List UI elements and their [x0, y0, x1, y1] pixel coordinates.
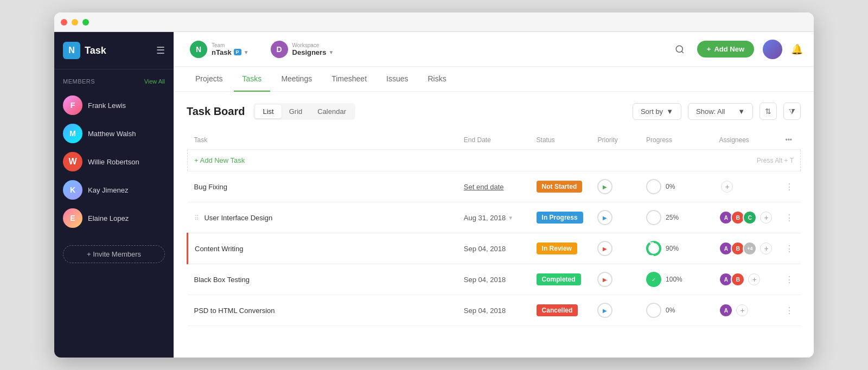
assignees-group: A +: [719, 303, 772, 317]
progress-circle: [646, 179, 661, 194]
add-task-row[interactable]: + Add New Task Press Alt + T: [188, 150, 801, 171]
avatar-frank: F: [63, 95, 82, 115]
main-content: N Team nTask P ▼ D Workspace: [174, 32, 814, 358]
date-arrow-icon: ▼: [508, 215, 513, 221]
set-end-date-link[interactable]: Set end date: [464, 183, 504, 191]
close-dot[interactable]: [61, 19, 67, 25]
add-assignee-button[interactable]: +: [748, 273, 760, 285]
table-row: Content Writing Sep 04, 2018 In Review ▶: [188, 233, 801, 264]
search-button[interactable]: [671, 41, 688, 58]
workspace-info: Workspace Designers ▼: [292, 42, 334, 56]
tab-issues[interactable]: Issues: [378, 67, 417, 92]
row-handle-icon: ⠿: [194, 214, 199, 222]
user-avatar[interactable]: [763, 40, 782, 59]
add-task-content[interactable]: + Add New Task Press Alt + T: [194, 156, 794, 164]
assignee-avatar: A: [719, 303, 733, 317]
minimize-dot[interactable]: [72, 19, 78, 25]
tab-timesheet[interactable]: Timesheet: [323, 67, 375, 92]
extra-assignees-badge: +4: [743, 241, 757, 256]
col-header-task: Task: [188, 131, 457, 150]
add-assignee-button[interactable]: +: [721, 181, 733, 193]
task-name: Content Writing: [195, 245, 243, 253]
priority-play-button[interactable]: ▶: [597, 272, 612, 287]
team-selector[interactable]: N Team nTask P ▼: [184, 37, 254, 61]
play-icon: ▶: [603, 215, 607, 221]
priority-play-button[interactable]: ▶: [597, 210, 612, 225]
assignee-avatar: C: [743, 210, 757, 225]
maximize-dot[interactable]: [82, 19, 89, 25]
row-more-button[interactable]: ⋮: [785, 244, 794, 253]
view-tabs: List Grid Calendar: [253, 103, 355, 120]
progress-circle: [646, 210, 661, 225]
play-icon: ▶: [603, 184, 607, 190]
view-tab-list[interactable]: List: [255, 105, 281, 118]
logo-box: N: [63, 42, 80, 59]
task-board-right: Sort by ▼ Show: All ▼ ⇅ ⧩: [633, 103, 801, 120]
end-date: Sep 04, 2018: [464, 307, 506, 315]
invite-members-button[interactable]: + Invite Members: [63, 245, 165, 263]
task-name: Bug Fixing: [194, 183, 227, 191]
progress-text: 90%: [666, 245, 679, 252]
end-date: Aug 31, 2018: [464, 214, 506, 222]
row-more-button[interactable]: ⋮: [785, 213, 794, 222]
member-item-elaine[interactable]: E Elaine Lopez: [63, 204, 165, 232]
search-icon: [675, 44, 685, 54]
member-name-frank: Frank Lewis: [88, 101, 126, 110]
table-row: Bug Fixing Set end date Not Started ▶: [188, 171, 801, 202]
workspace-chevron-icon: ▼: [328, 49, 334, 55]
add-new-plus: +: [707, 45, 711, 53]
row-more-button[interactable]: ⋮: [785, 275, 794, 284]
row-more-button[interactable]: ⋮: [785, 182, 794, 192]
avatar-willie: W: [63, 152, 82, 171]
browser-window: N Task ☰ MEMBERS View All F Frank Lewis …: [54, 12, 814, 358]
member-item-willie[interactable]: W Willie Robertson: [63, 148, 165, 176]
members-label: MEMBERS: [63, 78, 95, 85]
tab-tasks[interactable]: Tasks: [234, 67, 271, 92]
add-new-button[interactable]: + Add New: [697, 41, 754, 58]
press-hint: Press Alt + T: [757, 157, 794, 164]
add-assignee-button[interactable]: +: [736, 304, 748, 316]
play-icon: ▶: [603, 277, 607, 283]
member-item-kay[interactable]: K Kay Jimenez: [63, 176, 165, 204]
play-icon: ▶: [603, 308, 607, 314]
end-date: Sep 04, 2018: [464, 245, 506, 253]
status-badge: In Progress: [537, 212, 583, 224]
member-name-kay: Kay Jimenez: [88, 186, 128, 194]
hamburger-menu[interactable]: ☰: [156, 44, 165, 56]
play-icon: ▶: [603, 246, 607, 252]
workspace-selector[interactable]: D Workspace Designers ▼: [265, 37, 340, 61]
sort-chevron-icon: ▼: [666, 107, 673, 116]
row-more-button[interactable]: ⋮: [785, 306, 794, 315]
workspace-name: Designers ▼: [292, 48, 334, 56]
notifications-bell-icon[interactable]: 🔔: [791, 43, 803, 55]
table-body: + Add New Task Press Alt + T Bug Fixing: [188, 150, 801, 326]
top-bar-right: + Add New 🔔: [671, 40, 803, 59]
workspace-label: Workspace: [292, 42, 334, 48]
task-table: Task End Date Status Priority Progress A…: [187, 131, 801, 326]
task-board-title: Task Board: [187, 105, 245, 118]
team-avatar: N: [190, 41, 207, 58]
tab-meetings[interactable]: Meetings: [272, 67, 321, 92]
progress-text: 0%: [666, 183, 675, 190]
avatar-kay: K: [63, 180, 82, 200]
member-item-matthew[interactable]: M Matthew Walsh: [63, 119, 165, 148]
view-all-link[interactable]: View All: [144, 78, 165, 85]
add-assignee-button[interactable]: +: [760, 212, 772, 224]
add-assignee-button[interactable]: +: [760, 243, 772, 254]
team-chevron-icon: ▼: [244, 49, 249, 55]
sort-by-button[interactable]: Sort by ▼: [633, 103, 681, 120]
sort-icon-button[interactable]: ⇅: [760, 103, 777, 120]
filter-icon-button[interactable]: ⧩: [783, 103, 801, 120]
view-tab-grid[interactable]: Grid: [282, 105, 310, 118]
tab-projects[interactable]: Projects: [187, 67, 232, 92]
member-item-frank[interactable]: F Frank Lewis: [63, 91, 165, 119]
show-dropdown[interactable]: Show: All ▼: [688, 103, 753, 120]
priority-play-button[interactable]: ▶: [597, 241, 612, 256]
view-tab-calendar[interactable]: Calendar: [310, 105, 354, 118]
tab-risks[interactable]: Risks: [419, 67, 455, 92]
logo-area: N Task: [63, 42, 106, 59]
add-task-label: + Add New Task: [194, 156, 245, 164]
priority-play-button[interactable]: ▶: [597, 303, 612, 318]
sidebar: N Task ☰ MEMBERS View All F Frank Lewis …: [54, 32, 174, 358]
priority-play-button[interactable]: ▶: [597, 179, 612, 194]
